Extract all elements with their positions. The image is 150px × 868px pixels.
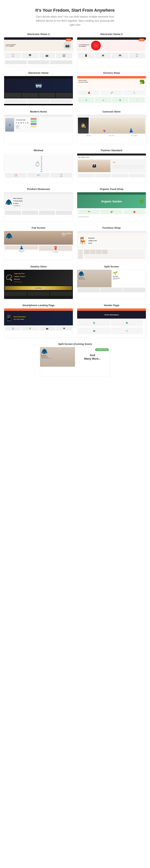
cs-label-2: Mary's Shirt bbox=[101, 135, 122, 136]
demo-jewelry-store[interactable]: Jewelry Store 📿 Layer Up YourJewels. Kee… bbox=[4, 265, 73, 299]
eh-prod-4 bbox=[56, 93, 72, 98]
fur-card-3 bbox=[96, 250, 102, 254]
demo-label-electronic-home: Electronic Home bbox=[28, 71, 49, 74]
eh-hero: 🥽 bbox=[4, 79, 73, 92]
js-hero: 📿 Layer Up YourJewels. Keep ItMinimal St… bbox=[4, 270, 73, 285]
mh-strip-3 bbox=[31, 123, 36, 125]
demo-smartphone-landing[interactable]: Smartphone Landing Page 📱 Next Generatio… bbox=[4, 304, 73, 338]
eh3-hero-img: 📷 bbox=[64, 42, 71, 50]
vp-title: Vendor Marketplace bbox=[104, 314, 119, 316]
of-item-3: 🍓 bbox=[123, 209, 145, 214]
demo-thumb-carousel-store[interactable]: 🕵️ 👒 👗 Men's Suit Mary's Shirt Mary's Fa… bbox=[77, 115, 146, 144]
fsc-bottom-1: 👗 bbox=[5, 245, 38, 250]
demo-organic-food-shop[interactable]: Organic Food Shop Organic Garden 🌿 🥗 🌽 🍓… bbox=[77, 188, 146, 222]
eh2-hero-text: CATCH BIG DEALSON SUMMER bbox=[79, 44, 90, 47]
demo-thumb-modern-home[interactable]: 👗 FASHIONT E M P L E DesignStyleTrend bbox=[4, 115, 73, 144]
ps-items bbox=[4, 210, 73, 216]
js-gold-bar: Gold Buttons bbox=[5, 286, 72, 290]
ss-strip-2 bbox=[101, 288, 122, 292]
demo-carousel-store[interactable]: Carousel Store 🕵️ 👒 👗 Men's Suit Mary's … bbox=[77, 110, 146, 144]
mh-strip-2 bbox=[31, 121, 36, 122]
cs-fig-1: 👒 bbox=[101, 128, 106, 133]
demo-grocery-shop[interactable]: Grocery Shop Shop EverydayHousehold Need… bbox=[77, 71, 146, 105]
demo-thumb-minimal[interactable]: 💍 Collection 📿 💎 ⌚ bbox=[4, 153, 73, 183]
sscs-coat: 🧥 bbox=[41, 348, 47, 354]
demo-thumb-fashion-standard[interactable]: Men Women Kids 👨‍👩‍👧 75$ bbox=[77, 153, 146, 183]
cs-labels: Men's Suit Mary's Shirt Mary's Fashion bbox=[77, 134, 146, 137]
eh3-prod-3: 📸 bbox=[39, 53, 55, 58]
eh2-prod-1: 📱 bbox=[78, 53, 94, 58]
demo-thumb-product-showcase[interactable]: 🧥 New SeasonTrendy StyleIs Here Knit Edi… bbox=[4, 192, 73, 222]
fsc-item-wrap-1: 👗 Special LargeSun Hat bbox=[5, 245, 38, 252]
ps-item-4 bbox=[56, 211, 72, 215]
mn-items: 📿 💎 ⌚ bbox=[4, 172, 73, 179]
vp-card-1: 🏪 bbox=[78, 319, 110, 326]
ps-item-1 bbox=[5, 211, 21, 215]
demo-electronic-home[interactable]: Electronic Home 🥽 bbox=[4, 71, 73, 105]
demo-thumb-full-screen[interactable]: 🧥 Basic JoggingShorts Large 👗 Special La… bbox=[4, 231, 73, 260]
eh3-cat-2 bbox=[28, 60, 49, 64]
demo-vendor-page[interactable]: Vendor Page Vendor Marketplace 🏪 🛍️ 🏬 🛒 bbox=[77, 304, 146, 338]
eh3-prod-4: 🎧 bbox=[56, 53, 72, 58]
mn-item-2: 💎 bbox=[28, 173, 49, 178]
demo-label-split-screen-coming-soon: Split Screen (Coming Soon) bbox=[58, 343, 92, 345]
eh3-prod-1: ⌚ bbox=[5, 53, 21, 58]
demo-label-vendor-page: Vendor Page bbox=[104, 304, 119, 307]
demo-split-screen-coming-soon[interactable]: Split Screen (Coming Soon) Coming Soon 🧥… bbox=[4, 343, 146, 377]
gs-prod-2: 🥕 bbox=[101, 90, 122, 95]
demo-thumb-split-screen-coming-soon[interactable]: Coming Soon 🧥 ButtonedTwead Coat Start W… bbox=[40, 347, 110, 377]
demo-thumb-electronic-home-2[interactable]: New CATCH BIG DEALSON SUMMER 📱 💻 🎮 ⌚ bbox=[77, 37, 146, 67]
eh-nav bbox=[4, 76, 73, 79]
thumb-inner-js: 📿 Layer Up YourJewels. Keep ItMinimal St… bbox=[4, 270, 73, 299]
demo-furniture-shop[interactable]: Furniture Shop 🪑 Woodencalypso tallstool bbox=[77, 226, 146, 260]
demo-thumb-furniture-shop[interactable]: 🪑 Woodencalypso tallstool bbox=[77, 231, 146, 260]
badge-new-eh3: New bbox=[66, 38, 72, 41]
demo-split-screen[interactable]: Split Screen 🧥 ButtonedTwead Coat 🌱 Star… bbox=[77, 265, 146, 299]
eh2-prod-2: 💻 bbox=[95, 53, 111, 58]
eh3-hero: CATCH THE BESTCITY CAMERA 📷 bbox=[4, 40, 73, 51]
gs-bottle-1: 🧴 bbox=[78, 97, 94, 103]
cs-model-dark: 🕵️ bbox=[78, 118, 89, 133]
mh-fashion-text: FASHIONT E M P L E bbox=[16, 119, 29, 124]
demo-thumb-organic-food-shop[interactable]: Organic Garden 🌿 🥗 🌽 🍓 My Happy Organic … bbox=[77, 192, 146, 222]
page-header: It's Your Fredom, Start From Anywhere Ca… bbox=[4, 8, 146, 27]
cs-hero: 🕵️ 👒 👗 bbox=[77, 117, 146, 134]
demo-full-screen[interactable]: Full Screen 🧥 Basic JoggingShorts Large … bbox=[4, 226, 73, 260]
demo-thumb-vendor-page[interactable]: Vendor Marketplace 🏪 🛍️ 🏬 🛒 bbox=[77, 308, 146, 338]
js-item-1 bbox=[5, 291, 27, 296]
mn-hero: 💍 Collection bbox=[4, 155, 73, 172]
fsc-title: Basic JoggingShorts bbox=[62, 232, 71, 235]
demo-label-smartphone-landing: Smartphone Landing Page bbox=[22, 304, 55, 307]
demo-thumb-grocery-shop[interactable]: Shop EverydayHousehold Needs 🥦 🍎 🥕 🧄 🧴 🍶… bbox=[77, 76, 146, 105]
demo-modern-home[interactable]: Modern Home 👗 FASHIONT E M P L E DesignS… bbox=[4, 110, 73, 144]
demo-label-carousel-store: Carousel Store bbox=[103, 110, 121, 113]
js-gold-label: Gold Buttons bbox=[35, 287, 42, 289]
demo-label-product-showcase: Product Showcase bbox=[27, 188, 50, 190]
fs-thumb-2 bbox=[123, 165, 133, 169]
demo-thumb-electronic-home-3[interactable]: New CATCH THE BESTCITY CAMERA 📷 ⌚ 🖥️ 📸 🎧 bbox=[4, 37, 73, 67]
fur-text: Woodencalypso tallstool bbox=[88, 237, 97, 244]
demo-fashion-standard[interactable]: Fashion Standard Men Women Kids 👨‍👩‍👧 75… bbox=[77, 149, 146, 183]
fur-content bbox=[83, 249, 145, 259]
demo-thumb-jewelry-store[interactable]: 📿 Layer Up YourJewels. Keep ItMinimal St… bbox=[4, 270, 73, 299]
demo-label-modern-home: Modern Home bbox=[30, 110, 47, 113]
demo-product-showcase[interactable]: Product Showcase 🧥 New SeasonTrendy Styl… bbox=[4, 188, 73, 222]
thumb-inner-sl: 📱 Next GenerationOn Your Hand 📡 🔋 📷 💻 bbox=[4, 308, 73, 338]
thumb-inner-gs: Shop EverydayHousehold Needs 🥦 🍎 🥕 🧄 🧴 🍶… bbox=[77, 76, 146, 105]
fsc-texts: Basic JoggingShorts Large bbox=[62, 232, 71, 237]
eh2-hero: CATCH BIG DEALSON SUMMER bbox=[77, 40, 146, 51]
fs-cat-men: Men bbox=[78, 157, 81, 158]
eh-gray-1 bbox=[5, 99, 27, 103]
demo-electronic-home-2[interactable]: Electronic Home 2 New CATCH BIG DEALSON … bbox=[77, 33, 146, 67]
demo-label-furniture-shop: Furniture Shop bbox=[102, 226, 121, 229]
demo-label-organic-food-shop: Organic Food Shop bbox=[100, 188, 123, 190]
cs-label-3: Mary's Fashion bbox=[123, 135, 145, 136]
mn-jewelry: 💍 bbox=[34, 161, 41, 166]
demo-thumb-smartphone-landing[interactable]: 📱 Next GenerationOn Your Hand 📡 🔋 📷 💻 bbox=[4, 308, 73, 338]
demo-thumb-electronic-home[interactable]: 🥽 bbox=[4, 76, 73, 105]
cs-label-1: Men's Suit bbox=[78, 135, 100, 136]
demo-thumb-split-screen[interactable]: 🧥 ButtonedTwead Coat 🌱 Start WithGold Bu… bbox=[77, 270, 146, 299]
demo-electronic-home-3[interactable]: Electronic Home 3 New CATCH THE BESTCITY… bbox=[4, 33, 73, 67]
cs-model-light: 👒 👗 bbox=[90, 118, 145, 133]
demo-minimal[interactable]: Minimal 💍 Collection 📿 💎 ⌚ bbox=[4, 149, 73, 183]
